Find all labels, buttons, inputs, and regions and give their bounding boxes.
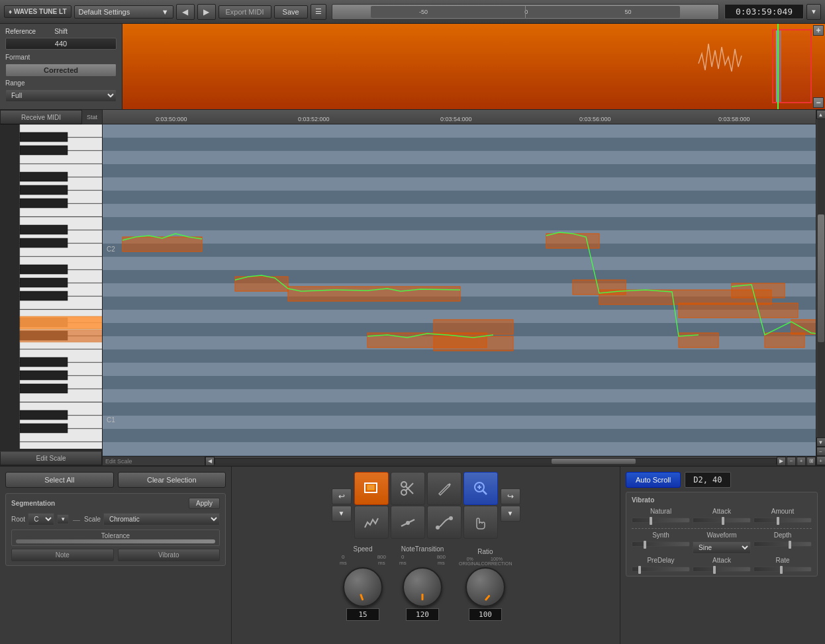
export-midi-button[interactable]: Export MIDI [218,5,271,19]
note-transition-knob[interactable] [403,567,442,607]
pitch-minus50: -50 [419,9,428,15]
synth-label: Synth [632,531,690,539]
svg-rect-35 [546,234,599,248]
range-dropdown[interactable]: Full [5,89,117,102]
h-scrollbar-thumb[interactable] [552,459,636,464]
note-transition-knob-group: NoteTransition 0ms 800ms 120 [399,545,446,621]
segmentation-box: Segmentation Apply Root CC#D ▼ — Scale C… [5,493,226,566]
preset-dropdown[interactable]: Default Settings ▼ [74,5,173,19]
corrected-button[interactable]: Corrected [5,64,117,77]
reference-value-button[interactable]: 440 [5,38,117,50]
reference-label: Reference [5,28,36,35]
waveform-dropdown[interactable]: SineTriangle [693,541,751,554]
rate-slider[interactable] [753,567,812,572]
redo-button[interactable]: ↪ [501,488,520,504]
rate-label: Rate [753,557,812,564]
scroll-up-button[interactable]: ▲ [816,110,826,119]
svg-rect-47 [367,485,374,490]
auto-scroll-button[interactable]: Auto Scroll [626,472,681,488]
natural-slider[interactable] [632,518,690,523]
root-select[interactable]: CC#D [28,513,54,526]
back-button[interactable]: ◀ [176,4,195,20]
selection-tool-button[interactable] [354,472,389,505]
zoom-minus-button[interactable]: − [787,457,796,466]
undo-button[interactable]: ↩ [332,488,352,504]
pencil-tool-button[interactable] [427,472,461,505]
pitch-tool-button[interactable] [354,506,389,539]
zoom-out-button[interactable]: − [813,97,824,108]
time-dropdown-button[interactable]: ▼ [806,4,821,20]
depth-slider[interactable] [753,541,812,547]
v-scrollbar-thumb[interactable] [818,214,824,342]
bottom-left: Select All Clear Selection Segmentation … [0,467,232,644]
stat-label: Stat [82,110,102,124]
tolerance-bar[interactable] [16,539,215,543]
ratio-knob[interactable] [465,567,505,607]
scroll-right-button[interactable]: ▶ [777,457,786,466]
speed-knob-group: Speed 0ms 800ms 15 [340,545,386,621]
segmentation-header: Segmentation Apply [11,498,220,509]
note-transition-label: NoteTransition [401,545,444,553]
v-scrollbar-track[interactable] [817,119,825,437]
note-transition-max: 800ms [437,554,446,566]
pitch-editor[interactable]: 0:03:50:000 0:03:52:000 0:03:54:000 0:03… [103,110,816,465]
v-zoom-minus-button[interactable]: − [816,447,826,456]
vibrato-button[interactable]: Vibrato [118,549,220,561]
apply-button[interactable]: Apply [189,498,220,509]
v-zoom-plus-button[interactable]: + [816,456,826,465]
knobs-section: Speed 0ms 800ms 15 NoteTransition 0ms [340,545,512,621]
logo-button[interactable]: ♦ WAVES TUNE LT [4,5,72,18]
redo-dropdown-button[interactable]: ▼ [501,506,520,522]
zoom-tool-button[interactable] [463,472,498,505]
natural-label: Natural [632,508,690,515]
scroll-left-button[interactable]: ◀ [205,457,215,466]
piano-keys[interactable] [0,124,102,451]
edit-scale-button[interactable]: Edit Scale [0,451,102,465]
vibrato-section-title: Vibrato [632,496,812,504]
straight-tool-button[interactable] [391,506,425,539]
note-transition-value: 120 [406,608,439,621]
note-vibrato-row: Note Vibrato [11,549,220,561]
speed-knob[interactable] [343,567,383,607]
ratio-label: Ratio [477,548,493,555]
formant-label: Formant [5,54,117,61]
synth-slider[interactable] [632,541,690,547]
time-mark-5: 0:03:58:000 [718,116,750,122]
zoom-in-button[interactable]: + [813,25,824,36]
curve-tool-button[interactable] [427,506,461,539]
ratio-knob-group: Ratio 0%ORIGINAL 100%CORRECTION 100 [459,548,512,621]
root-arrow-button[interactable]: ▼ [57,514,69,524]
note-transition-min: 0ms [399,554,407,566]
receive-midi-button[interactable]: Receive MIDI [0,110,82,124]
waveform-svg [122,24,825,109]
select-all-button[interactable]: Select All [5,472,114,488]
note-display: D2, 40 [685,472,730,488]
zoom-plus-button[interactable]: + [797,457,806,466]
scale-select[interactable]: ChromaticMajorMinor [103,513,220,526]
pitch-grid-svg: C2 C1 [103,124,816,456]
predelay-slider[interactable] [632,567,690,572]
fit-button[interactable]: ⊞ [806,457,816,466]
save-button[interactable]: Save [274,5,308,19]
svg-point-57 [406,521,410,525]
clear-selection-button[interactable]: Clear Selection [118,472,226,488]
speed-max: 800ms [377,554,386,566]
playhead-line [777,24,779,109]
scissors-tool-button[interactable] [391,472,425,505]
amount-label: Amount [753,508,812,515]
menu-button[interactable]: ☰ [311,4,326,20]
attack2-slider[interactable] [693,567,751,572]
h-scrollbar-track[interactable] [215,458,777,465]
pitch-grid[interactable]: C2 C1 [103,124,816,456]
hand-tool-button[interactable] [463,506,498,539]
pitch-ruler: -50 0 50 [332,4,719,20]
overview-section: Reference Shift 440 Formant Corrected Ra… [0,24,825,110]
note-button[interactable]: Note [11,549,114,561]
note-transition-range: 0ms 800ms [399,554,446,566]
undo-dropdown-button[interactable]: ▼ [332,506,352,522]
scroll-down-button[interactable]: ▼ [816,437,826,447]
forward-button[interactable]: ▶ [197,4,216,20]
amount-slider[interactable] [753,518,812,523]
svg-rect-33 [434,320,513,334]
attack-slider[interactable] [693,518,751,523]
